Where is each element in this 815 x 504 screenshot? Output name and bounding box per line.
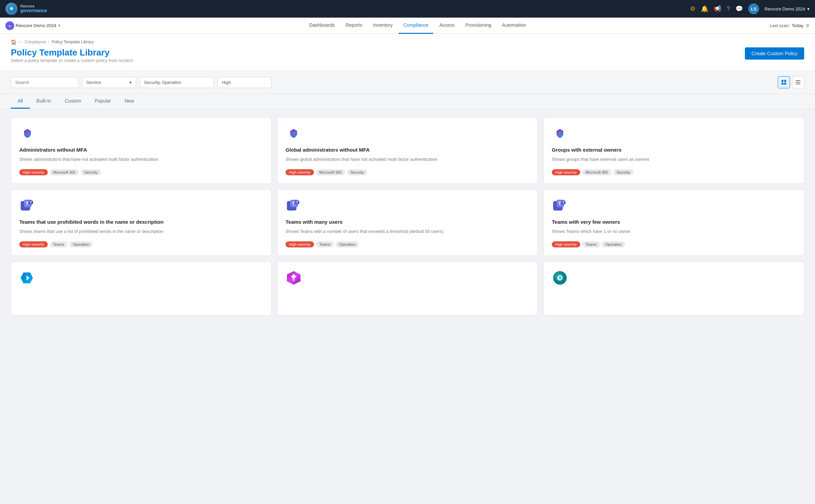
policy-card-sharepoint[interactable]: S	[543, 261, 804, 315]
svg-rect-5	[784, 80, 786, 82]
card-desc: Shows groups that have external users as…	[552, 156, 796, 163]
page-header: 🏠 ← Compliance › Policy Template Library…	[0, 34, 815, 71]
card-tags: High severity Microsoft 365 Security	[19, 169, 263, 175]
service-tag: Microsoft 365	[316, 169, 345, 175]
tab-new[interactable]: New	[118, 94, 141, 109]
nav-provisioning[interactable]: Provisioning	[461, 18, 496, 34]
last-scan-label: Last scan:	[770, 23, 790, 28]
card-title: Teams with many users	[286, 219, 529, 225]
create-custom-policy-button[interactable]: Create Custom Policy	[745, 47, 804, 60]
policy-card-power-automate[interactable]	[11, 261, 272, 315]
last-scan-value: Today	[792, 23, 803, 28]
card-title: Groups with external owners	[552, 147, 796, 153]
policy-card-teams-prohibited[interactable]: T T Teams that use prohibited words in t…	[11, 189, 272, 256]
breadcrumb-compliance[interactable]: Compliance	[25, 40, 46, 44]
card-desc: Shows Teams with a number of users that …	[286, 228, 529, 235]
service-dropdown-chevron-icon: ▾	[129, 80, 132, 85]
help-icon[interactable]: ?	[727, 5, 730, 13]
workspace-icon: R	[5, 21, 14, 30]
top-nav-actions: ⚙ 🔔 📢 ? 💬 LS Rencore Demo 2024 ▾	[690, 3, 810, 14]
service-dropdown[interactable]: Service ▾	[82, 77, 136, 88]
secondary-navigation: R Rencore Demo 2024 ▾ Dashboards Reports…	[0, 18, 815, 34]
brand-area: Rencore governance	[5, 3, 47, 15]
category-tag: Security	[613, 169, 634, 175]
service-dropdown-label: Service	[86, 80, 101, 85]
notifications-icon[interactable]: 🔔	[701, 5, 708, 13]
card-icon-m365-2	[286, 126, 302, 142]
card-icon-teams: T T	[19, 198, 36, 214]
card-desc: Shows administrators that have not activ…	[19, 156, 263, 163]
workspace-selector[interactable]: R Rencore Demo 2024 ▾	[5, 21, 60, 30]
policy-card-teams-few-owners[interactable]: T T Teams with very few owners Shows Tea…	[543, 189, 804, 256]
category-tag: Operation	[69, 241, 92, 247]
svg-rect-7	[784, 83, 786, 85]
policy-card-teams-many-users[interactable]: T T Teams with many users Shows Teams wi…	[277, 189, 538, 256]
severity-tag: High severity	[552, 241, 580, 247]
nav-reports[interactable]: Reports	[341, 18, 367, 34]
list-view-button[interactable]	[792, 76, 804, 88]
card-desc: Shows Teams which have 1 or no owner	[552, 228, 796, 235]
svg-point-1	[11, 7, 13, 9]
workspace-chevron-icon: ▾	[58, 23, 60, 28]
user-info[interactable]: Rencore Demo 2024 ▾	[765, 6, 810, 12]
severity-tag: High severity	[19, 169, 48, 175]
card-title: Global administrators without MFA	[286, 147, 529, 153]
card-tags: High severity Microsoft 365 Security	[286, 169, 529, 175]
svg-text:T: T	[562, 201, 564, 204]
brand-logo	[5, 3, 18, 15]
tab-builtin[interactable]: Built-In	[30, 94, 58, 109]
service-tag: Teams	[50, 241, 67, 247]
home-icon[interactable]: 🏠	[11, 39, 17, 45]
user-avatar[interactable]: LS	[748, 3, 759, 14]
svg-rect-8	[796, 80, 800, 81]
severity-tag: High severity	[552, 169, 580, 175]
card-desc: Shows teams that use a list of prohibite…	[19, 228, 263, 235]
settings-icon[interactable]: ⚙	[690, 5, 695, 13]
main-nav-menu: Dashboards Reports Inventory Compliance …	[305, 18, 531, 34]
tags-filter-input[interactable]	[140, 77, 214, 88]
card-icon-power-apps	[286, 270, 302, 286]
policy-card-global-admins-mfa[interactable]: Global administrators without MFA Shows …	[277, 117, 538, 184]
severity-tag: High severity	[19, 241, 48, 247]
tabs-bar: All Built-In Custom Popular New	[0, 94, 815, 109]
card-icon-m365-3	[552, 126, 568, 142]
svg-text:T: T	[558, 201, 561, 206]
brand-text: Rencore governance	[20, 4, 47, 13]
card-title: Teams that use prohibited words in the n…	[19, 219, 263, 225]
megaphone-icon[interactable]: 📢	[714, 5, 721, 13]
filter-bar: Service ▾	[0, 71, 815, 94]
category-tag: Security	[81, 169, 101, 175]
svg-text:R: R	[9, 25, 11, 28]
back-button[interactable]: ←	[19, 40, 23, 44]
policy-card-admins-mfa[interactable]: Administrators without MFA Shows adminis…	[11, 117, 272, 184]
scan-settings-icon[interactable]: ⚙	[806, 23, 810, 28]
tab-all[interactable]: All	[11, 94, 30, 109]
card-tags: High severity Teams Operation	[286, 241, 529, 247]
service-tag: Microsoft 365	[582, 169, 611, 175]
chat-icon[interactable]: 💬	[735, 5, 743, 13]
service-tag: Teams	[582, 241, 600, 247]
grid-view-button[interactable]	[778, 76, 790, 88]
policy-card-power-apps[interactable]	[277, 261, 538, 315]
nav-access[interactable]: Access	[435, 18, 459, 34]
category-tag: Operation	[336, 241, 359, 247]
tab-custom[interactable]: Custom	[58, 94, 88, 109]
card-tags: High severity Teams Operation	[19, 241, 263, 247]
svg-text:T: T	[296, 201, 298, 204]
breadcrumb-current: Policy Template Library	[51, 40, 93, 44]
search-input[interactable]	[11, 77, 79, 88]
category-tag: Security	[347, 169, 368, 175]
card-icon-teams-3: T T	[552, 198, 568, 214]
nav-compliance[interactable]: Compliance	[399, 18, 433, 34]
last-scan-info: Last scan: Today ⚙	[770, 23, 810, 28]
nav-automation[interactable]: Automation	[497, 18, 531, 34]
svg-rect-6	[781, 83, 783, 85]
tab-popular[interactable]: Popular	[88, 94, 118, 109]
policy-card-groups-external[interactable]: Groups with external owners Shows groups…	[543, 117, 804, 184]
nav-inventory[interactable]: Inventory	[368, 18, 397, 34]
severity-tag: High severity	[286, 169, 314, 175]
svg-text:T: T	[292, 201, 295, 206]
service-tag: Teams	[316, 241, 334, 247]
severity-filter-input[interactable]	[217, 77, 272, 88]
nav-dashboards[interactable]: Dashboards	[305, 18, 340, 34]
